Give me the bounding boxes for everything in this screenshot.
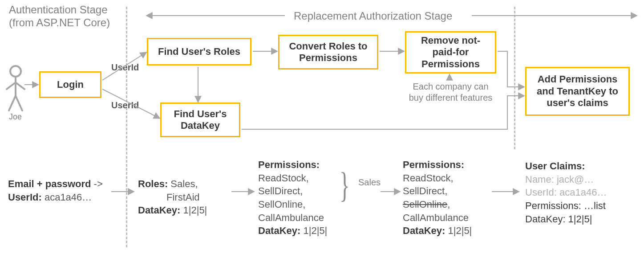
perms2-p3-strike: SellOnline — [403, 199, 447, 210]
svg-line-5 — [16, 82, 24, 89]
perms2-dk-val: 1|2|5| — [445, 225, 472, 236]
svg-line-4 — [7, 82, 16, 89]
diagram-canvas: Authentication Stage (from ASP.NET Core)… — [0, 0, 644, 254]
roles-data-block: Roles: Sales, FirstAid DataKey: 1|2|5| — [138, 177, 207, 217]
login-data-block: Email + password -> UserId: aca1a46… — [8, 177, 103, 204]
claims-userid: UserId: aca1a46… — [525, 187, 607, 198]
auth-stage-line1: Authentication Stage — [9, 4, 108, 16]
userid-label-bottom: UserId — [111, 100, 139, 111]
userid-label-top: UserId — [111, 62, 139, 73]
find-datakey-box: Find User's DataKey — [160, 102, 240, 137]
claims-data-block: User Claims: Name: jack@… UserId: aca1a4… — [525, 160, 607, 225]
perms2-label: Permissions: — [403, 159, 464, 170]
perms2-dk-label: DataKey: — [403, 225, 445, 236]
svg-point-2 — [10, 66, 21, 77]
login-arrow: -> — [91, 178, 102, 189]
perms2-p2: SellDirect, — [403, 185, 447, 197]
svg-line-6 — [9, 96, 16, 111]
perms2-p3-comma: , — [447, 199, 450, 210]
replacement-stage-label: Replacement Authorization Stage — [294, 10, 452, 23]
auth-stage-line2: (from ASP.NET Core) — [9, 16, 110, 29]
separator-2 — [514, 7, 515, 149]
perms1-p1: ReadStock, — [258, 172, 309, 184]
add-claims-box: Add Permissions and TenantKey to user's … — [525, 67, 630, 116]
perms1-p4: CallAmbulance — [258, 212, 324, 223]
roles-dk-val: 1|2|5| — [180, 205, 207, 216]
svg-line-7 — [16, 96, 22, 111]
auth-stage-label: Authentication Stage (from ASP.NET Core) — [9, 4, 110, 29]
perms1-dk-val: 1|2|5| — [300, 225, 327, 236]
convert-roles-box: Convert Roles to Permissions — [278, 35, 378, 70]
claims-title: User Claims: — [525, 160, 585, 172]
perms1-dk-label: DataKey: — [258, 225, 300, 236]
login-userid-label: UserId: — [8, 192, 42, 203]
remove-perms-box: Remove not-paid-for Permissions — [405, 31, 496, 74]
separator-1 — [126, 7, 127, 247]
roles-dk-label: DataKey: — [138, 205, 180, 216]
claims-dk-val: 1|2|5| — [566, 213, 592, 225]
claims-name: Name: jack@… — [525, 174, 594, 185]
perms2-p1: ReadStock, — [403, 172, 454, 184]
actor-name: Joe — [9, 112, 22, 122]
claims-perms-val: …list — [581, 200, 606, 211]
perms1-p2: SellDirect, — [258, 185, 303, 197]
roles-val2: FirstAid — [166, 192, 200, 203]
claims-perms-label: Permissions: — [525, 200, 581, 211]
login-email-label: Email + password — [8, 178, 91, 189]
roles-label: Roles: — [138, 178, 168, 189]
perms2-p4: CallAmbulance — [403, 212, 469, 223]
find-roles-box: Find User's Roles — [147, 38, 251, 66]
perms1-data-block: Permissions: ReadStock, SellDirect, Sell… — [258, 158, 327, 238]
sales-brace-label: Sales — [358, 177, 381, 188]
roles-val1: Sales, — [168, 178, 198, 189]
perms1-p3: SellOnline, — [258, 199, 305, 210]
perms2-data-block: Permissions: ReadStock, SellDirect, Sell… — [403, 158, 472, 238]
login-box: Login — [39, 71, 101, 98]
claims-dk-label: DataKey: — [525, 213, 566, 225]
each-company-note: Each company can buy different features — [407, 81, 494, 103]
login-userid-val: aca1a46… — [42, 192, 92, 203]
perms1-label: Permissions: — [258, 159, 320, 170]
brace-icon: } — [340, 165, 350, 205]
